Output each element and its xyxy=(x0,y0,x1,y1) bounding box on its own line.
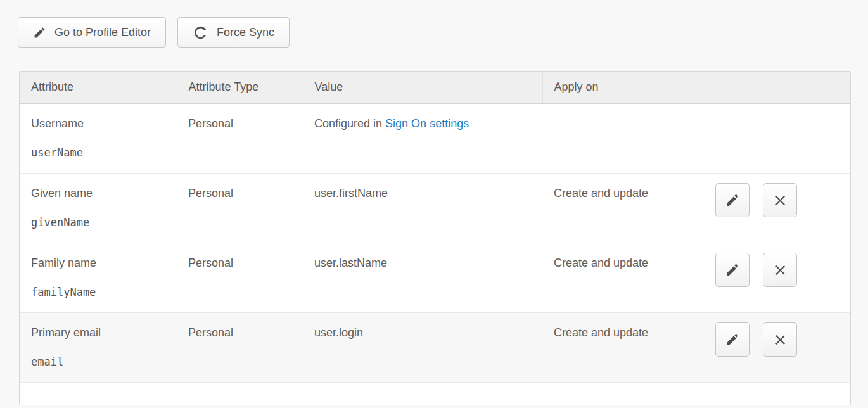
delete-attribute-button[interactable] xyxy=(763,183,797,217)
attribute-type-cell: Personal xyxy=(177,312,303,382)
x-icon xyxy=(773,263,788,277)
header-actions xyxy=(703,72,850,103)
attribute-variable: userName xyxy=(31,146,170,159)
table-row-primary-email: Primary email email Personal user.login … xyxy=(20,312,850,382)
value-cell: user.login xyxy=(303,312,542,382)
pencil-icon xyxy=(725,193,740,208)
attribute-cell: Primary email email xyxy=(20,312,177,382)
value-text: Configured in xyxy=(314,117,382,130)
actions-cell xyxy=(703,243,850,312)
attribute-type: Personal xyxy=(188,187,233,200)
apply-on-cell: Create and update xyxy=(542,173,703,243)
header-value: Value xyxy=(303,72,542,103)
header-attribute: Attribute xyxy=(20,72,177,103)
attribute-variable: familyName xyxy=(31,286,170,298)
x-icon xyxy=(773,193,788,208)
actions-cell xyxy=(703,173,850,243)
value-cell: user.firstName xyxy=(303,173,542,243)
attribute-label: Family name xyxy=(31,257,170,270)
attribute-variable: givenName xyxy=(31,216,170,229)
attribute-type-cell: Personal xyxy=(177,243,303,312)
force-sync-label: Force Sync xyxy=(217,26,274,39)
value-cell: user.lastName xyxy=(303,243,542,312)
apply-on-cell xyxy=(542,103,703,173)
value-expression: user.firstName xyxy=(314,187,388,200)
go-to-profile-editor-label: Go to Profile Editor xyxy=(54,26,151,39)
edit-attribute-button[interactable] xyxy=(715,322,750,357)
apply-on-text: Create and update xyxy=(554,326,648,339)
attribute-cell: Username userName xyxy=(20,103,177,173)
attribute-cell: Given name givenName xyxy=(20,173,177,243)
pencil-icon xyxy=(725,332,740,347)
actions-cell xyxy=(703,312,850,382)
delete-attribute-button[interactable] xyxy=(763,322,797,357)
apply-on-text: Create and update xyxy=(554,257,648,269)
apply-on-cell: Create and update xyxy=(542,312,703,382)
x-icon xyxy=(773,333,788,347)
attribute-type: Personal xyxy=(188,257,233,269)
table-row-partial xyxy=(20,382,850,405)
value-expression: user.lastName xyxy=(314,257,387,269)
attribute-cell: Family name familyName xyxy=(20,243,177,312)
go-to-profile-editor-button[interactable]: Go to Profile Editor xyxy=(18,17,166,48)
table-header-row: Attribute Attribute Type Value Apply on xyxy=(20,72,850,103)
value-cell: Configured in Sign On settings xyxy=(303,103,542,173)
apply-on-text: Create and update xyxy=(554,187,648,200)
attribute-type-cell: Personal xyxy=(177,173,303,243)
actions-cell xyxy=(703,103,850,173)
refresh-icon xyxy=(193,25,208,41)
attribute-type: Personal xyxy=(188,326,233,339)
toolbar: Go to Profile Editor Force Sync xyxy=(18,17,868,48)
edit-attribute-button[interactable] xyxy=(715,183,750,217)
table-row-family-name: Family name familyName Personal user.las… xyxy=(20,243,850,312)
sign-on-settings-link[interactable]: Sign On settings xyxy=(385,117,469,130)
attribute-label: Given name xyxy=(31,187,170,200)
force-sync-button[interactable]: Force Sync xyxy=(177,17,290,48)
table-row-username: Username userName Personal Configured in… xyxy=(20,103,850,173)
pencil-icon xyxy=(33,26,46,39)
attribute-mapping-table: Attribute Attribute Type Value Apply on … xyxy=(19,71,851,405)
edit-attribute-button[interactable] xyxy=(715,253,750,287)
attribute-type: Personal xyxy=(188,117,233,130)
attribute-label: Username xyxy=(31,117,170,131)
table-row-given-name: Given name givenName Personal user.first… xyxy=(20,173,850,243)
header-apply-on: Apply on xyxy=(542,72,703,103)
pencil-icon xyxy=(725,262,740,277)
header-attribute-type: Attribute Type xyxy=(177,72,303,103)
attribute-label: Primary email xyxy=(31,326,170,340)
apply-on-cell: Create and update xyxy=(542,243,703,312)
attribute-type-cell: Personal xyxy=(177,103,303,173)
delete-attribute-button[interactable] xyxy=(763,253,797,287)
value-expression: user.login xyxy=(314,326,363,339)
attribute-variable: email xyxy=(31,355,170,368)
